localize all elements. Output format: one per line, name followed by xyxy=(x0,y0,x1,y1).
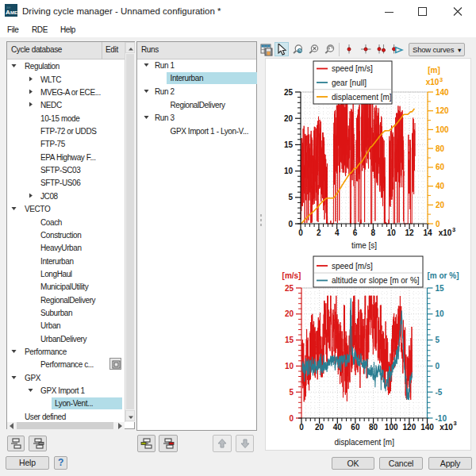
svg-text:0: 0 xyxy=(288,220,293,228)
svg-text:5: 5 xyxy=(288,193,293,202)
svg-text:20: 20 xyxy=(315,423,324,432)
svg-text:20: 20 xyxy=(436,201,445,209)
svg-text:ME: ME xyxy=(10,10,17,15)
svg-text:[m/s]: [m/s] xyxy=(282,271,301,280)
svg-text:3: 3 xyxy=(440,76,443,83)
svg-text:40: 40 xyxy=(333,423,343,432)
svg-text:[m or %]: [m or %] xyxy=(428,271,459,280)
svg-text:displacement [m]: displacement [m] xyxy=(332,93,392,102)
svg-text:60: 60 xyxy=(351,423,360,432)
svg-text:-5: -5 xyxy=(436,388,443,397)
svg-text:60: 60 xyxy=(436,163,445,171)
svg-text:12: 12 xyxy=(405,228,415,237)
svg-text:10: 10 xyxy=(387,228,397,237)
svg-text:120: 120 xyxy=(403,423,416,432)
svg-text:-10: -10 xyxy=(436,414,447,423)
svg-text:x10: x10 xyxy=(439,228,452,237)
svg-text:4: 4 xyxy=(335,228,340,237)
svg-text:5: 5 xyxy=(289,388,294,397)
svg-text:time [s]: time [s] xyxy=(351,241,377,250)
svg-text:140: 140 xyxy=(436,88,449,97)
svg-text:140: 140 xyxy=(420,423,434,432)
svg-text:2: 2 xyxy=(317,228,321,237)
svg-text:25: 25 xyxy=(284,88,294,97)
svg-text:100: 100 xyxy=(436,125,449,134)
svg-text:[m]: [m] xyxy=(428,66,440,75)
svg-text:10: 10 xyxy=(436,309,445,318)
svg-text:0: 0 xyxy=(299,423,304,432)
svg-text:40: 40 xyxy=(436,182,445,190)
svg-text:ae: ae xyxy=(6,5,11,10)
svg-text:15: 15 xyxy=(436,284,445,293)
svg-text:10: 10 xyxy=(285,362,294,370)
svg-text:gear [null]: gear [null] xyxy=(332,79,367,87)
svg-text:0: 0 xyxy=(436,220,440,228)
svg-text:80: 80 xyxy=(369,423,378,432)
svg-text:x10: x10 xyxy=(426,78,440,86)
svg-text:6: 6 xyxy=(353,228,358,237)
svg-text:x10: x10 xyxy=(440,423,453,432)
svg-text:displacement [m]: displacement [m] xyxy=(334,438,394,447)
svg-text:speed [m/s]: speed [m/s] xyxy=(332,262,373,271)
svg-text:altitude or slope [m or %]: altitude or slope [m or %] xyxy=(332,276,420,285)
svg-text:0: 0 xyxy=(289,414,294,423)
svg-text:15: 15 xyxy=(285,336,294,344)
svg-text:8: 8 xyxy=(371,228,376,237)
svg-text:5: 5 xyxy=(436,336,440,344)
svg-text:25: 25 xyxy=(285,284,294,293)
svg-text:15: 15 xyxy=(284,140,294,149)
svg-text:3: 3 xyxy=(452,226,455,233)
svg-text:120: 120 xyxy=(436,106,449,115)
svg-text:0: 0 xyxy=(436,362,440,370)
svg-text:0: 0 xyxy=(298,228,303,237)
svg-text:10: 10 xyxy=(284,167,294,175)
svg-text:80: 80 xyxy=(436,144,445,153)
svg-text:20: 20 xyxy=(285,309,294,318)
svg-text:100: 100 xyxy=(385,423,398,432)
svg-text:14: 14 xyxy=(423,228,432,237)
svg-text:20: 20 xyxy=(284,114,294,123)
svg-text:speed [m/s]: speed [m/s] xyxy=(332,64,373,73)
svg-text:3: 3 xyxy=(453,420,456,427)
